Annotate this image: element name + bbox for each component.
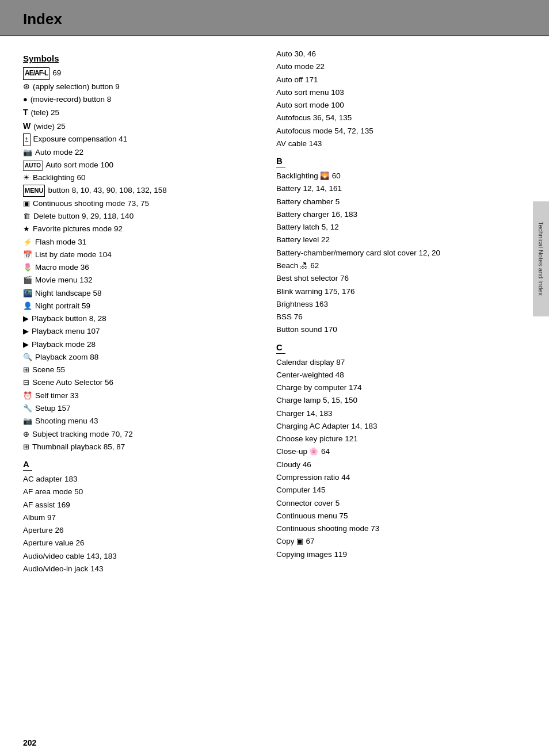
list-item: Autofocus 36, 54, 135	[276, 112, 506, 124]
closeup-icon: 🌸	[309, 445, 318, 457]
list-item: 🔍 Playback zoom 88	[23, 351, 253, 364]
list-item: AF assist 169	[23, 499, 253, 511]
list-item: Auto sort mode 100	[276, 99, 506, 112]
list-item: 📅 List by date mode 104	[23, 249, 253, 261]
list-item: Best shot selector 76	[276, 272, 506, 285]
playback-mode-icon: ▶	[23, 338, 29, 350]
list-item: Charging AC Adapter 14, 183	[276, 420, 506, 433]
list-item: Battery chamber 5	[276, 196, 506, 208]
list-item: Connector cover 5	[276, 497, 506, 510]
list-item: Audio/video-in jack 143	[23, 563, 253, 575]
list-item: Computer 145	[276, 484, 506, 497]
list-item: Auto sort menu 103	[276, 86, 506, 99]
list-item: 📷 Shooting menu 43	[23, 415, 253, 427]
list-item: ★ Favorite pictures mode 92	[23, 223, 253, 235]
list-item: Album 97	[23, 511, 253, 524]
page-title: Index	[23, 10, 526, 28]
movie-record-icon: ●	[23, 93, 28, 105]
list-item: Choose key picture 121	[276, 433, 506, 445]
list-item: W (wide) 25	[23, 120, 253, 133]
list-item: Auto off 171	[276, 74, 506, 86]
list-item: 🔧 Setup 157	[23, 402, 253, 415]
list-item: BSS 76	[276, 311, 506, 323]
auto-sort-icon: AUTO	[23, 161, 43, 171]
self-timer-icon: ⏰	[23, 390, 32, 402]
symbols-header: Symbols	[23, 54, 253, 63]
list-item: ▣ Continuous shooting mode 73, 75	[23, 197, 253, 210]
list-item: Battery 12, 14, 161	[276, 182, 506, 195]
list-item: MENU button 8, 10, 43, 90, 108, 132, 158	[23, 184, 253, 197]
page-wrapper: Index Symbols AE/AF-L 69 ⊛ (apply select…	[0, 0, 549, 756]
list-item: ⏰ Self timer 33	[23, 390, 253, 402]
sidebar-label: Technical Notes and Index	[537, 222, 544, 296]
list-item: Cloudy 46	[276, 459, 506, 471]
list-item: ⊟ Scene Auto Selector 56	[23, 376, 253, 389]
favorite-icon: ★	[23, 223, 30, 235]
list-item: ▶ Playback menu 107	[23, 325, 253, 338]
scene-icon: ⊞	[23, 364, 29, 376]
list-item: Backlighting 🌄 60	[276, 170, 506, 182]
list-item: T (tele) 25	[23, 106, 253, 119]
list-item: Battery-chamber/memory card slot cover 1…	[276, 247, 506, 259]
list-item: 🌷 Macro mode 36	[23, 261, 253, 274]
page-number: 202	[23, 738, 36, 747]
list-item: Charge by computer 174	[276, 381, 506, 394]
shooting-menu-icon: 📷	[23, 415, 32, 427]
night-landscape-icon: 🌃	[23, 287, 32, 299]
list-item: Compression ratio 44	[276, 471, 506, 484]
list-item: 🌃 Night landscape 58	[23, 287, 253, 300]
list-item: Calendar display 87	[276, 356, 506, 369]
list-date-icon: 📅	[23, 249, 32, 261]
list-item: Aperture value 26	[23, 537, 253, 549]
left-column: Symbols AE/AF-L 69 ⊛ (apply selection) b…	[23, 48, 265, 575]
list-item: Brightness 163	[276, 298, 506, 311]
exposure-comp-icon: ±	[23, 133, 30, 146]
page-header: Index	[0, 0, 549, 36]
list-item: AF area mode 50	[23, 486, 253, 498]
list-item: Button sound 170	[276, 323, 506, 336]
subject-tracking-icon: ⊕	[23, 428, 29, 440]
list-item: Beach 🏖 62	[276, 259, 506, 272]
section-c: C	[276, 342, 285, 354]
list-item: ⊛ (apply selection) button 9	[23, 80, 253, 93]
page-content: Symbols AE/AF-L 69 ⊛ (apply selection) b…	[0, 36, 549, 587]
list-item: ⊕ Subject tracking mode 70, 72	[23, 428, 253, 441]
list-item: Battery level 22	[276, 234, 506, 246]
list-item: Aperture 26	[23, 524, 253, 537]
list-item: ⊞ Thumbnail playback 85, 87	[23, 441, 253, 453]
list-item: Blink warning 175, 176	[276, 285, 506, 298]
delete-button-icon: 🗑	[23, 210, 30, 222]
list-item: ▶ Playback button 8, 28	[23, 312, 253, 325]
auto-mode-icon: 📷	[23, 146, 32, 158]
list-item: Close-up 🌸 64	[276, 445, 506, 458]
movie-menu-icon: 🎬	[23, 274, 32, 286]
list-item: ☀ Backlighting 60	[23, 171, 253, 184]
flash-mode-icon: ⚡	[23, 236, 32, 248]
list-item: ● (movie-record) button 8	[23, 93, 253, 106]
list-item: Copying images 119	[276, 548, 506, 561]
list-item: 📷 Auto mode 22	[23, 146, 253, 159]
list-item: 🎬 Movie menu 132	[23, 274, 253, 287]
list-item: ⚡ Flash mode 31	[23, 236, 253, 249]
playback-menu-icon: ▶	[23, 325, 29, 337]
thumbnail-playback-icon: ⊞	[23, 441, 29, 453]
list-item: AV cable 143	[276, 138, 506, 150]
backlighting-b-icon: 🌄	[320, 170, 329, 182]
macro-mode-icon: 🌷	[23, 261, 32, 273]
backlighting-icon: ☀	[23, 171, 30, 184]
list-item: 👤 Night portrait 59	[23, 300, 253, 312]
list-item: 🗑 Delete button 9, 29, 118, 140	[23, 210, 253, 223]
list-item: AUTO Auto sort mode 100	[23, 159, 253, 171]
scene-auto-selector-icon: ⊟	[23, 376, 29, 388]
list-item: Autofocus mode 54, 72, 135	[276, 125, 506, 138]
list-item: AE/AF-L 69	[23, 67, 253, 80]
list-item: Charger 14, 183	[276, 407, 506, 420]
list-item: Copy ▣ 67	[276, 535, 506, 548]
wide-icon: W	[23, 120, 30, 133]
list-item: Continuous menu 75	[276, 510, 506, 522]
menu-button-icon: MENU	[23, 185, 45, 196]
tele-icon: T	[23, 106, 28, 119]
right-column: Auto 30, 46 Auto mode 22 Auto off 171 Au…	[265, 48, 506, 575]
playback-zoom-icon: 🔍	[23, 351, 32, 363]
continuous-shoot-icon: ▣	[23, 197, 30, 209]
